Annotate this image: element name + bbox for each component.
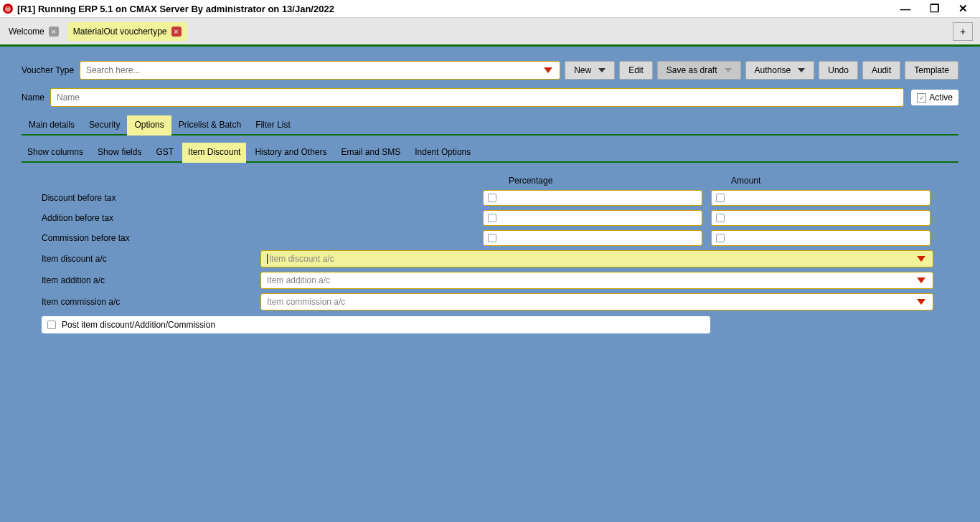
- item-discount-ac-label: Item discount a/c: [42, 254, 260, 264]
- template-button[interactable]: Template: [905, 61, 958, 80]
- tab-options[interactable]: Options: [127, 115, 171, 136]
- chevron-down-icon: [917, 299, 925, 305]
- commission-percentage-checkbox[interactable]: [483, 230, 702, 246]
- post-item-label: Post item discount/Addition/Commission: [62, 320, 215, 330]
- checkbox-icon: [47, 321, 56, 329]
- new-button[interactable]: New: [565, 61, 615, 80]
- post-item-checkbox-row[interactable]: Post item discount/Addition/Commission: [42, 316, 710, 333]
- tab-security[interactable]: Security: [82, 115, 127, 134]
- discount-amount-checkbox[interactable]: [711, 190, 930, 206]
- add-tab-button[interactable]: +: [953, 22, 973, 41]
- authorise-button[interactable]: Authorise: [745, 61, 815, 80]
- item-discount-form: Percentage Amount Discount before tax Ad…: [22, 176, 958, 333]
- authorise-label: Authorise: [755, 65, 791, 75]
- voucher-type-label: Voucher Type: [22, 65, 75, 75]
- checkmark-icon: ✓: [917, 93, 926, 103]
- placeholder: Item addition a/c: [267, 275, 330, 285]
- tab-show-columns[interactable]: Show columns: [22, 143, 89, 161]
- undo-button[interactable]: Undo: [819, 61, 858, 80]
- tab-pricelist[interactable]: Pricelist & Batch: [171, 115, 248, 134]
- percentage-header: Percentage: [483, 176, 705, 186]
- tab-main-details[interactable]: Main details: [22, 115, 82, 134]
- amount-header: Amount: [705, 176, 928, 186]
- chevron-down-icon: [598, 68, 606, 72]
- tab-materialout[interactable]: MaterialOut vouchertype ×: [67, 22, 187, 41]
- close-icon[interactable]: ×: [171, 27, 182, 37]
- tab-filter-list[interactable]: Filter List: [248, 115, 298, 134]
- plus-icon: +: [960, 26, 966, 37]
- chevron-down-icon: [725, 68, 732, 72]
- tab-history[interactable]: History and Others: [249, 143, 332, 161]
- commission-before-tax-label: Commission before tax: [42, 233, 260, 243]
- search-input[interactable]: [86, 65, 554, 75]
- checkbox-icon: [716, 234, 725, 242]
- addition-percentage-checkbox[interactable]: [483, 210, 702, 226]
- save-draft-button[interactable]: Save as draft: [657, 61, 741, 80]
- title-bar: ◎ [R1] Running ERP 5.1 on CMAX Server By…: [0, 0, 980, 17]
- discount-percentage-checkbox[interactable]: [483, 190, 702, 206]
- checkbox-icon: [716, 214, 725, 222]
- voucher-type-search[interactable]: [80, 61, 560, 80]
- audit-button[interactable]: Audit: [862, 61, 900, 80]
- tab-item-discount[interactable]: Item Discount: [182, 143, 246, 163]
- discount-before-tax-label: Discount before tax: [42, 193, 260, 203]
- active-checkbox[interactable]: ✓ Active: [911, 90, 958, 105]
- name-label: Name: [22, 92, 50, 103]
- commission-amount-checkbox[interactable]: [711, 230, 930, 246]
- options-inner-tabs: Show columns Show fields GST Item Discou…: [22, 143, 958, 163]
- tab-show-fields[interactable]: Show fields: [92, 143, 147, 161]
- save-draft-label: Save as draft: [666, 65, 717, 75]
- name-input[interactable]: [50, 88, 904, 107]
- app-icon: ◎: [3, 4, 13, 14]
- edit-button[interactable]: Edit: [619, 61, 653, 80]
- item-commission-ac-label: Item commission a/c: [42, 297, 260, 307]
- checkbox-icon: [716, 194, 725, 202]
- tab-materialout-label: MaterialOut vouchertype: [73, 27, 167, 37]
- item-addition-ac-label: Item addition a/c: [42, 275, 260, 285]
- checkbox-icon: [488, 214, 496, 222]
- window-title: [R1] Running ERP 5.1 on CMAX Server By a…: [17, 4, 334, 14]
- chevron-down-icon: [917, 256, 925, 262]
- placeholder: Item discount a/c: [269, 254, 334, 264]
- chevron-down-icon: [544, 67, 552, 73]
- tab-indent-options[interactable]: Indent Options: [409, 143, 476, 161]
- item-addition-ac-select[interactable]: Item addition a/c: [260, 272, 933, 289]
- main-panel: Voucher Type New Edit Save as draft Auth…: [0, 47, 980, 522]
- chevron-down-icon: [798, 68, 805, 72]
- undo-label: Undo: [828, 65, 849, 75]
- chevron-down-icon: [917, 277, 925, 283]
- item-commission-ac-select[interactable]: Item commission a/c: [260, 293, 933, 310]
- template-label: Template: [914, 65, 949, 75]
- tab-email-sms[interactable]: Email and SMS: [336, 143, 407, 161]
- placeholder: Item commission a/c: [267, 297, 345, 307]
- new-label: New: [574, 65, 591, 75]
- document-tabs: Welcome × MaterialOut vouchertype × +: [0, 17, 980, 44]
- close-button[interactable]: ✕: [948, 0, 977, 17]
- checkbox-icon: [488, 234, 496, 242]
- close-icon[interactable]: ×: [49, 27, 59, 37]
- tab-gst[interactable]: GST: [150, 143, 179, 161]
- active-label: Active: [929, 92, 953, 103]
- tab-welcome-label: Welcome: [9, 27, 44, 37]
- text-cursor-icon: [267, 254, 268, 264]
- minimize-button[interactable]: —: [891, 0, 920, 17]
- edit-label: Edit: [628, 65, 644, 75]
- audit-label: Audit: [872, 65, 891, 75]
- maximize-button[interactable]: ❐: [920, 0, 948, 17]
- addition-amount-checkbox[interactable]: [711, 210, 930, 226]
- tab-welcome[interactable]: Welcome ×: [3, 22, 65, 41]
- section-tabs: Main details Security Options Pricelist …: [22, 115, 958, 136]
- addition-before-tax-label: Addition before tax: [42, 213, 260, 223]
- checkbox-icon: [488, 194, 496, 202]
- item-discount-ac-select[interactable]: Item discount a/c: [260, 250, 933, 267]
